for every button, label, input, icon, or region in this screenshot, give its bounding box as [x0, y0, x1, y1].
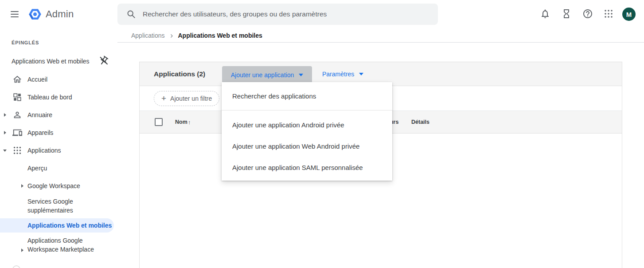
admin-hexagon-icon: [28, 8, 42, 21]
tasks-hourglass-icon[interactable]: [560, 8, 573, 20]
sidebar-item-annuaire[interactable]: Annuaire: [0, 106, 117, 124]
breadcrumb-current: Applications Web et mobiles: [178, 32, 262, 39]
settings-label: Paramètres: [322, 71, 354, 78]
menu-item-add-custom-saml-app[interactable]: Ajouter une application SAML personnalis…: [222, 157, 392, 178]
menu-group: Ajouter une application Android privée A…: [222, 110, 392, 181]
expand-arrow-icon: [4, 131, 6, 134]
sidebar-subitem-label: Applications Google Workspace Marketplac…: [27, 236, 98, 254]
sidebar-subitem-applications-web-et-mobiles-selected[interactable]: Applications Web et mobiles: [0, 218, 114, 233]
notifications-bell-icon[interactable]: [539, 8, 551, 20]
pinned-section-label: ÉPINGLÉS: [12, 40, 39, 45]
avatar-initial: M: [626, 11, 632, 18]
sort-ascending-icon: ↑: [188, 111, 191, 134]
admin-logo[interactable]: Admin: [28, 7, 74, 21]
apps-grid-icon[interactable]: [602, 8, 615, 20]
breadcrumb: Applications Applications Web et mobiles: [131, 32, 262, 39]
menu-item-add-private-android-app[interactable]: Ajouter une application Android privée: [222, 114, 392, 135]
sidebar-item-label: Tableau de bord: [27, 94, 72, 101]
devices-icon: [12, 128, 22, 138]
add-filter-label: Ajouter un filtre: [170, 95, 212, 102]
sidebar-pinned-item-web-mobile-apps[interactable]: Applications Web et mobiles: [0, 53, 117, 69]
sidebar-item-label: Applications: [27, 147, 61, 154]
add-application-dropdown-menu: Rechercher des applications Ajouter une …: [222, 82, 392, 181]
search-input[interactable]: [143, 4, 431, 25]
apps-grid-icon: [12, 146, 22, 155]
applications-count-title: Applications (2): [154, 62, 205, 86]
chevron-down-icon: [359, 73, 363, 75]
sidebar-item-accueil[interactable]: Accueil: [0, 71, 117, 88]
sidebar-item-label: Appareils: [27, 129, 53, 136]
help-icon[interactable]: [582, 8, 594, 20]
divider: [117, 42, 644, 43]
column-header-details: Détails: [411, 111, 429, 134]
menu-icon[interactable]: [11, 9, 21, 19]
global-search: [117, 4, 438, 25]
column-header-name[interactable]: Nom: [175, 111, 187, 134]
home-icon: [12, 75, 22, 84]
add-application-label: Ajouter une application: [231, 71, 294, 79]
sidebar-subitem-google-workspace-marketplace[interactable]: Applications Google Workspace Marketplac…: [0, 236, 117, 263]
sidebar-item-appareils[interactable]: Appareils: [0, 124, 117, 142]
pinned-item-label: Applications Web et mobiles: [12, 58, 90, 65]
search-icon: [126, 9, 136, 19]
product-name: Admin: [46, 8, 74, 20]
add-filter-button[interactable]: + Ajouter un filtre: [154, 91, 219, 106]
sidebar-subitem-google-workspace[interactable]: Google Workspace: [0, 177, 117, 195]
chevron-down-icon: [299, 74, 303, 76]
dashboard-icon: [12, 92, 22, 102]
expand-arrow-icon: [21, 184, 23, 188]
sidebar-subitem-label: Google Workspace: [27, 182, 80, 189]
plus-icon: +: [161, 94, 166, 102]
collapse-arrow-icon: [3, 150, 7, 152]
select-all-checkbox[interactable]: [155, 118, 163, 126]
add-application-button[interactable]: Ajouter une application: [222, 66, 312, 83]
unpin-icon[interactable]: [98, 55, 110, 67]
sidebar-selected-label: Applications Web et mobiles: [27, 218, 112, 233]
expand-arrow-icon: [21, 248, 23, 252]
expand-arrow-icon: [4, 113, 6, 117]
chevron-right-icon: [169, 33, 174, 39]
topbar: Admin M: [0, 0, 644, 28]
sidebar-item-label: Accueil: [27, 76, 47, 83]
partially-visible-icon: [12, 265, 20, 268]
sidebar-item-applications[interactable]: Applications: [0, 142, 117, 159]
sidebar-subitem-label: Aperçu: [27, 165, 47, 172]
breadcrumb-parent[interactable]: Applications: [131, 32, 165, 39]
menu-item-search-applications[interactable]: Rechercher des applications: [222, 82, 392, 110]
google-admin-console: Admin M Applications: [0, 0, 644, 268]
sidebar: ÉPINGLÉS Applications Web et mobiles Acc…: [0, 28, 117, 268]
sidebar-item-tableau-de-bord[interactable]: Tableau de bord: [0, 88, 117, 106]
menu-item-add-private-web-android-app[interactable]: Ajouter une application Web Android priv…: [222, 135, 392, 157]
sidebar-subitem-services-google-supplementaires[interactable]: Services Google supplémentaires: [0, 196, 117, 217]
person-icon: [12, 110, 22, 120]
avatar[interactable]: M: [622, 8, 636, 21]
sidebar-item-label: Annuaire: [27, 111, 52, 118]
sidebar-subitem-apercu[interactable]: Aperçu: [0, 159, 117, 177]
sidebar-subitem-label: Services Google supplémentaires: [27, 197, 98, 215]
